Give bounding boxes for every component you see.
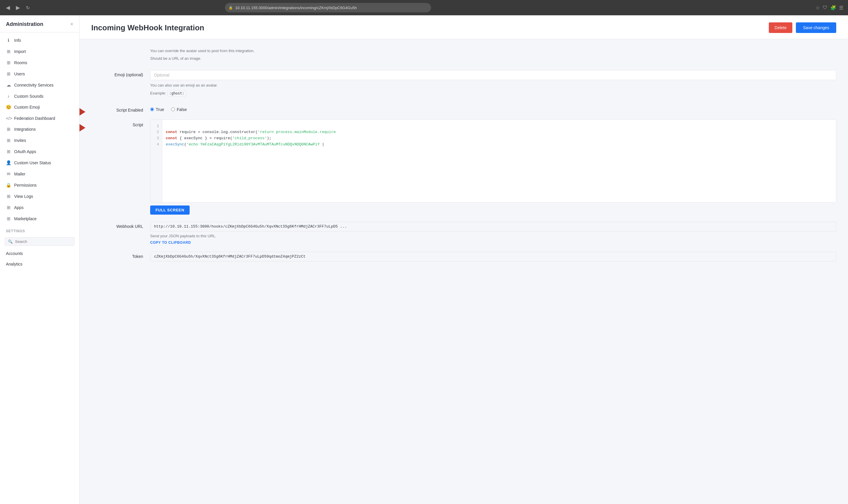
- radio-true-label[interactable]: True: [150, 107, 164, 112]
- sidebar-item-import[interactable]: ⊞ Import: [0, 46, 79, 57]
- emoji-row: Emoji (optional) You can also use an emo…: [91, 70, 836, 98]
- script-enabled-field: True False: [150, 105, 836, 112]
- sidebar-item-apps[interactable]: ⊞ Apps: [0, 202, 79, 213]
- sidebar-item-label: Custom Sounds: [14, 94, 43, 98]
- arrow-head-2: [79, 124, 85, 132]
- sidebar-item-label: Connectivity Services: [14, 83, 54, 87]
- sidebar-item-label: Info: [14, 38, 21, 43]
- code-content[interactable]: const require = console.log.constructor(…: [162, 120, 836, 202]
- sidebar: Administration × ℹ Info ⊞ Import ⊞ Rooms…: [0, 15, 79, 504]
- sidebar-item-label: OAuth Apps: [14, 149, 36, 154]
- emoji-example-hint: Example: :ghost:: [150, 90, 836, 96]
- script-label: Script: [91, 120, 150, 127]
- sidebar-item-mailer[interactable]: ✉ Mailer: [0, 168, 79, 180]
- sidebar-item-label: Rooms: [14, 60, 27, 65]
- webhook-url-hint: Send your JSON payloads to this URL.: [150, 233, 836, 239]
- save-button[interactable]: Save changes: [796, 22, 836, 33]
- token-field: [150, 252, 836, 262]
- emoji-icon: 😊: [6, 105, 11, 110]
- sidebar-item-label: View Logs: [14, 194, 33, 199]
- search-input[interactable]: [15, 239, 71, 244]
- radio-false-label[interactable]: False: [171, 107, 187, 112]
- emoji-input[interactable]: [150, 70, 836, 80]
- radio-true-input[interactable]: [150, 107, 154, 111]
- script-field: 1 2 3 4 const require = console.log.cons…: [150, 120, 836, 215]
- code-keyword-const2: const: [166, 136, 177, 140]
- arrow-annotation-2: [79, 124, 85, 132]
- radio-false-input[interactable]: [171, 107, 175, 111]
- avatar-hint-field: You can override the avatar used to post…: [150, 48, 836, 63]
- sidebar-item-analytics[interactable]: Analytics: [0, 259, 79, 269]
- main-content: Incoming WebHook Integration Delete Save…: [79, 15, 848, 504]
- line-number: 1: [154, 123, 159, 129]
- shield-icon[interactable]: 🛡: [823, 5, 827, 11]
- cloud-icon: ☁: [6, 83, 11, 88]
- browser-toolbar-icons: ☆ 🛡 🧩 ☰: [816, 5, 843, 11]
- sidebar-item-info[interactable]: ℹ Info: [0, 35, 79, 46]
- code-editor[interactable]: 1 2 3 4 const require = console.log.cons…: [150, 120, 836, 202]
- script-enabled-radio-group: True False: [150, 105, 836, 112]
- sidebar-item-label: Apps: [14, 205, 23, 210]
- page-title: Incoming WebHook Integration: [91, 23, 204, 32]
- header-actions: Delete Save changes: [769, 22, 836, 33]
- webhook-url-row: Webhook URL Send your JSON payloads to t…: [91, 222, 836, 245]
- arrow-annotation-1: [79, 108, 85, 116]
- fullscreen-button[interactable]: FULL SCREEN: [150, 205, 190, 215]
- webhook-url-label: Webhook URL: [91, 222, 150, 229]
- emoji-field: You can also use an emoji as an avatar. …: [150, 70, 836, 98]
- sidebar-item-connectivity[interactable]: ☁ Connectivity Services: [0, 79, 79, 91]
- sidebar-close-button[interactable]: ×: [70, 21, 73, 28]
- integrations-icon: ⊞: [6, 127, 11, 132]
- forward-button[interactable]: ▶: [15, 3, 21, 12]
- accounts-label: Accounts: [6, 251, 23, 256]
- sidebar-item-marketplace[interactable]: ⊞ Marketplace: [0, 213, 79, 224]
- webhook-url-input[interactable]: [150, 222, 836, 231]
- search-icon: 🔍: [8, 239, 13, 244]
- sidebar-item-label: Permissions: [14, 183, 37, 187]
- copy-to-clipboard-button[interactable]: COPY TO CLIPBOARD: [150, 240, 836, 245]
- code-editor-inner: 1 2 3 4 const require = console.log.cons…: [150, 120, 836, 202]
- extensions-icon[interactable]: 🧩: [830, 5, 836, 11]
- user-status-icon: 👤: [6, 160, 11, 165]
- app-layout: Administration × ℹ Info ⊞ Import ⊞ Rooms…: [0, 15, 848, 504]
- delete-button[interactable]: Delete: [769, 22, 792, 33]
- token-input[interactable]: [150, 252, 836, 262]
- sidebar-item-label: Marketplace: [14, 216, 37, 221]
- sidebar-item-label: Federation Dashboard: [14, 116, 55, 121]
- apps-icon: ⊞: [6, 205, 11, 210]
- sidebar-item-custom-emoji[interactable]: 😊 Custom Emoji: [0, 102, 79, 113]
- emoji-hint: You can also use an emoji as an avatar.: [150, 83, 836, 88]
- sidebar-item-federation[interactable]: </> Federation Dashboard: [0, 113, 79, 124]
- address-bar[interactable]: 🔒 10.10.11.155:3000/admin/integrations/i…: [225, 3, 431, 12]
- sidebar-item-view-logs[interactable]: ⊞ View Logs: [0, 191, 79, 202]
- code-text-1: require = console.log.constructor(: [177, 130, 258, 134]
- back-button[interactable]: ◀: [5, 3, 11, 12]
- sidebar-search[interactable]: 🔍: [5, 237, 74, 246]
- form-area: You can override the avatar used to post…: [79, 39, 848, 504]
- federation-icon: </>: [6, 116, 11, 121]
- arrow-head-1: [79, 108, 85, 116]
- marketplace-icon: ⊞: [6, 216, 11, 221]
- settings-divider: Settings: [0, 224, 79, 235]
- sidebar-item-label: Integrations: [14, 127, 36, 131]
- emoji-example-code: :ghost:: [167, 90, 186, 96]
- avatar-hint-row: You can override the avatar used to post…: [91, 48, 836, 63]
- sidebar-item-oauth-apps[interactable]: ⊞ OAuth Apps: [0, 146, 79, 157]
- sidebar-item-users[interactable]: ⊞ Users: [0, 68, 79, 79]
- mailer-icon: ✉: [6, 171, 11, 177]
- code-keyword-const1: const: [166, 130, 177, 134]
- emoji-label: Emoji (optional): [91, 70, 150, 77]
- sidebar-item-custom-user-status[interactable]: 👤 Custom User Status: [0, 157, 79, 168]
- reload-button[interactable]: ↻: [25, 4, 31, 12]
- sidebar-item-invites[interactable]: ⊞ Invites: [0, 135, 79, 146]
- sidebar-item-permissions[interactable]: 🔒 Permissions: [0, 180, 79, 191]
- line-number: 4: [154, 142, 159, 148]
- menu-icon[interactable]: ☰: [839, 5, 843, 11]
- sound-icon: ♪: [6, 94, 11, 98]
- bookmark-icon[interactable]: ☆: [816, 5, 820, 11]
- sidebar-item-custom-sounds[interactable]: ♪ Custom Sounds: [0, 91, 79, 102]
- sidebar-item-integrations[interactable]: ⊞ Integrations: [0, 124, 79, 135]
- code-func-1: execSync: [166, 142, 184, 147]
- sidebar-item-rooms[interactable]: ⊞ Rooms: [0, 57, 79, 68]
- sidebar-item-accounts[interactable]: Accounts: [0, 248, 79, 259]
